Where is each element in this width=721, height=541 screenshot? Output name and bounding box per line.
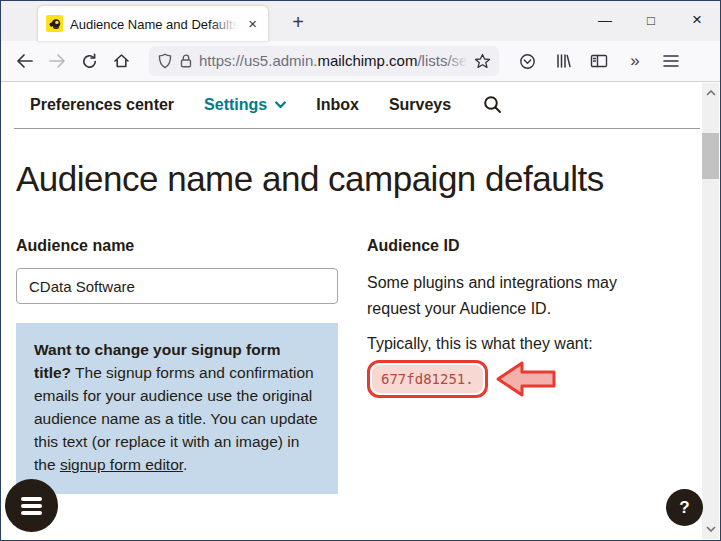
- search-button[interactable]: [483, 95, 502, 114]
- bookmark-star-icon[interactable]: [474, 53, 491, 69]
- audience-id-lead: Typically, this is what they want:: [367, 335, 667, 353]
- sidebar-button[interactable]: [583, 46, 615, 76]
- nav-item-settings-label: Settings: [204, 96, 267, 114]
- window-close-button[interactable]: ×: [674, 1, 720, 39]
- chevron-down-icon: [275, 101, 286, 109]
- help-button[interactable]: ?: [666, 489, 703, 526]
- hamburger-bar: [21, 504, 42, 508]
- url-bar[interactable]: https://us5.admin.mailchimp.com/lists/se…: [149, 46, 499, 76]
- audience-name-label: Audience name: [16, 237, 338, 255]
- home-icon: [113, 53, 130, 69]
- pocket-icon: [519, 53, 536, 70]
- overflow-menu-button[interactable]: »: [619, 46, 651, 76]
- mailchimp-favicon-icon: [46, 15, 63, 32]
- back-arrow-icon: [16, 53, 34, 69]
- pocket-button[interactable]: [511, 46, 543, 76]
- home-button[interactable]: [105, 46, 137, 76]
- scroll-down-arrow[interactable]: [702, 522, 719, 536]
- window-controls: — □ ×: [582, 1, 720, 41]
- window-minimize-button[interactable]: —: [582, 1, 628, 39]
- toolbar-right-icons: »: [511, 46, 687, 76]
- page-title: Audience name and campaign defaults: [16, 159, 702, 199]
- tab-close-icon[interactable]: ×: [245, 15, 260, 32]
- forward-button[interactable]: [41, 46, 73, 76]
- audience-name-section: Audience name Want to change your signup…: [16, 237, 338, 494]
- window-maximize-button[interactable]: □: [628, 1, 674, 39]
- reload-button[interactable]: [73, 46, 105, 76]
- new-tab-button[interactable]: +: [284, 9, 312, 37]
- sidebar-icon: [590, 53, 608, 69]
- forward-arrow-icon: [48, 53, 66, 69]
- page-content: Preferences center Settings Inbox Survey…: [2, 83, 702, 539]
- nav-item-inbox[interactable]: Inbox: [316, 96, 359, 114]
- url-subdomain: us5.admin.: [244, 52, 317, 69]
- red-left-arrow-annotation-icon: [495, 359, 557, 399]
- audience-id-section: Audience ID Some plugins and integration…: [367, 237, 667, 494]
- app-menu-button[interactable]: [655, 46, 687, 76]
- search-icon: [483, 95, 502, 114]
- url-scheme: https://: [199, 52, 244, 69]
- lock-icon[interactable]: [179, 53, 193, 69]
- audience-id-heading: Audience ID: [367, 237, 667, 255]
- scroll-up-arrow[interactable]: [702, 86, 719, 100]
- audience-name-input[interactable]: [16, 268, 338, 304]
- audience-id-row: 677fd81251.: [367, 359, 667, 399]
- nav-divider: [14, 128, 700, 129]
- back-button[interactable]: [9, 46, 41, 76]
- info-box-suffix: .: [183, 456, 187, 473]
- tab-title: Audience Name and Defaults fo: [70, 17, 238, 32]
- floating-menu-button[interactable]: [5, 479, 58, 532]
- nav-item-preferences-center[interactable]: Preferences center: [30, 96, 174, 114]
- page-top-nav: Preferences center Settings Inbox Survey…: [2, 83, 702, 128]
- browser-tab[interactable]: Audience Name and Defaults fo ×: [38, 6, 268, 41]
- content-columns: Audience name Want to change your signup…: [16, 237, 688, 494]
- url-path: /lists/setti: [417, 52, 468, 69]
- nav-item-surveys[interactable]: Surveys: [389, 96, 451, 114]
- red-circle-annotation: 677fd81251.: [367, 360, 488, 398]
- browser-toolbar: https://us5.admin.mailchimp.com/lists/se…: [1, 41, 720, 82]
- audience-id-value[interactable]: 677fd81251.: [372, 365, 483, 393]
- scrollbar-thumb[interactable]: [702, 133, 719, 179]
- tab-title-wrap: Audience Name and Defaults fo: [70, 15, 238, 32]
- library-icon: [555, 53, 572, 69]
- hamburger-bar: [21, 511, 42, 515]
- reload-icon: [81, 53, 98, 70]
- url-text: https://us5.admin.mailchimp.com/lists/se…: [199, 52, 468, 71]
- page-scrollbar[interactable]: [702, 83, 719, 539]
- hamburger-bar: [21, 497, 42, 501]
- shield-icon[interactable]: [157, 53, 173, 69]
- audience-id-description: Some plugins and integrations may reques…: [367, 270, 667, 322]
- library-button[interactable]: [547, 46, 579, 76]
- nav-item-settings[interactable]: Settings: [204, 96, 286, 114]
- signup-form-info-box: Want to change your signup form title? T…: [16, 323, 338, 494]
- signup-form-editor-link[interactable]: signup form editor: [60, 456, 183, 473]
- hamburger-menu-icon: [663, 54, 679, 68]
- browser-tab-bar: Audience Name and Defaults fo × + — □ ×: [1, 1, 720, 41]
- url-domain: mailchimp.com: [317, 52, 417, 69]
- overflow-chevrons-icon: »: [630, 51, 639, 71]
